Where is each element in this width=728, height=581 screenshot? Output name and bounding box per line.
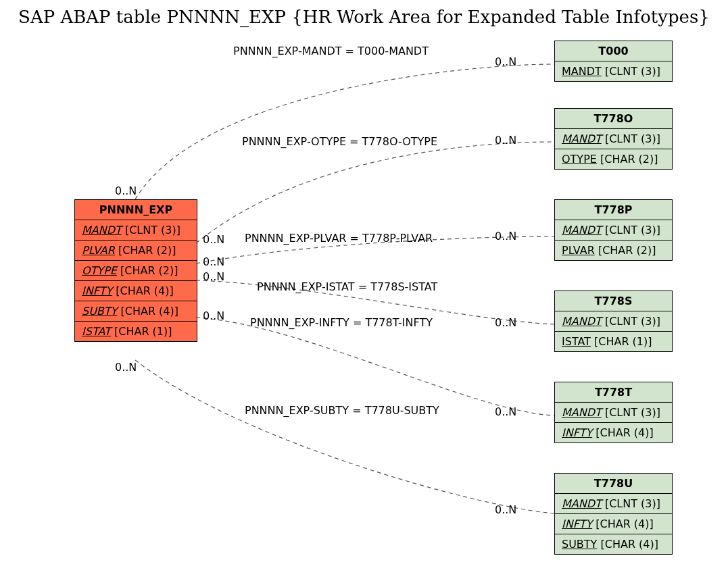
entity-header: T778P <box>555 200 672 220</box>
cardinality-label: 0..N <box>203 270 224 283</box>
cardinality-label: 0..N <box>115 361 137 374</box>
cardinality-label: 0..N <box>495 405 516 418</box>
cardinality-label: 0..N <box>495 503 516 516</box>
entity-header: T778T <box>555 382 672 403</box>
entity-header: T778U <box>555 474 672 494</box>
field-row: SUBTY [CHAR (4)] <box>555 534 672 554</box>
edge-label: PNNNN_EXP-PLVAR = T778P-PLVAR <box>245 232 433 245</box>
field-row: MANDT [CLNT (3)] <box>555 403 672 423</box>
cardinality-label: 0..N <box>115 184 137 197</box>
entity-header: PNNNN_EXP <box>75 200 197 220</box>
field-row: SUBTY [CHAR (4)] <box>75 301 197 322</box>
field-row: OTYPE [CHAR (2)] <box>555 149 672 169</box>
entity-t778o: T778O MANDT [CLNT (3)] OTYPE [CHAR (2)] <box>554 108 673 170</box>
entity-header: T000 <box>555 41 672 61</box>
field-row: MANDT [CLNT (3)] <box>555 61 672 81</box>
field-row: MANDT [CLNT (3)] <box>555 220 672 241</box>
cardinality-label: 0..N <box>203 255 224 268</box>
field-row: INFTY [CHAR (4)] <box>555 514 672 534</box>
entity-t778p: T778P MANDT [CLNT (3)] PLVAR [CHAR (2)] <box>554 199 673 261</box>
field-row: ISTAT [CHAR (1)] <box>555 332 672 351</box>
field-row: INFTY [CHAR (4)] <box>555 423 672 443</box>
edge-label: PNNNN_EXP-INFTY = T778T-INFTY <box>250 316 433 329</box>
field-row: MANDT [CLNT (3)] <box>555 129 672 149</box>
diagram-title: SAP ABAP table PNNNN_EXP {HR Work Area f… <box>0 7 728 27</box>
cardinality-label: 0..N <box>495 134 516 147</box>
entity-t778t: T778T MANDT [CLNT (3)] INFTY [CHAR (4)] <box>554 382 673 443</box>
cardinality-label: 0..N <box>495 230 516 243</box>
edge-label: PNNNN_EXP-OTYPE = T778O-OTYPE <box>242 135 437 148</box>
entity-header: T778S <box>555 291 672 311</box>
field-row: OTYPE [CHAR (2)] <box>75 261 197 281</box>
edge-label: PNNNN_EXP-SUBTY = T778U-SUBTY <box>245 404 439 417</box>
cardinality-label: 0..N <box>203 309 224 322</box>
cardinality-label: 0..N <box>203 233 224 246</box>
entity-pnnnn-exp: PNNNN_EXP MANDT [CLNT (3)] PLVAR [CHAR (… <box>74 199 197 342</box>
entity-t778u: T778U MANDT [CLNT (3)] INFTY [CHAR (4)] … <box>554 473 673 555</box>
cardinality-label: 0..N <box>495 316 516 329</box>
edge-label: PNNNN_EXP-MANDT = T000-MANDT <box>233 45 429 57</box>
entity-t778s: T778S MANDT [CLNT (3)] ISTAT [CHAR (1)] <box>554 290 673 352</box>
field-row: MANDT [CLNT (3)] <box>555 311 672 332</box>
field-row: MANDT [CLNT (3)] <box>555 494 672 514</box>
field-row: INFTY [CHAR (4)] <box>75 281 197 301</box>
field-row: ISTAT [CHAR (1)] <box>75 322 197 341</box>
cardinality-label: 0..N <box>495 55 516 68</box>
edge-label: PNNNN_EXP-ISTAT = T778S-ISTAT <box>257 280 437 293</box>
field-row: PLVAR [CHAR (2)] <box>75 241 197 261</box>
entity-t000: T000 MANDT [CLNT (3)] <box>554 41 673 82</box>
field-row: PLVAR [CHAR (2)] <box>555 241 672 260</box>
field-row: MANDT [CLNT (3)] <box>75 220 197 241</box>
entity-header: T778O <box>555 109 672 129</box>
